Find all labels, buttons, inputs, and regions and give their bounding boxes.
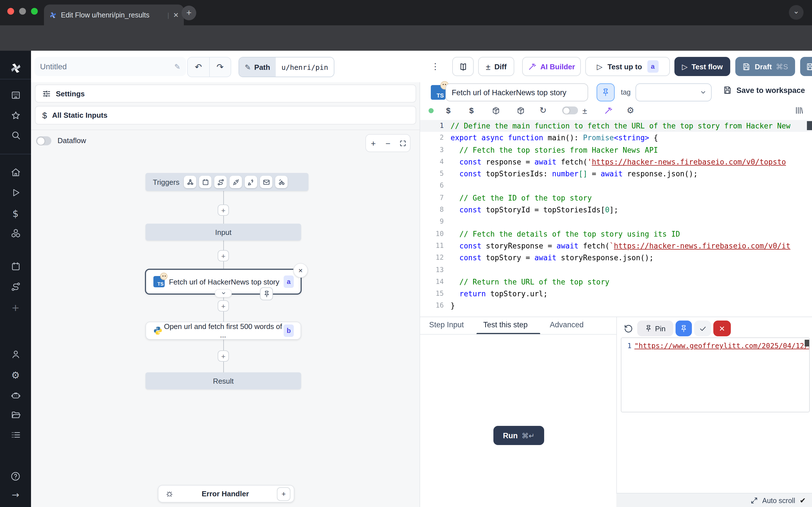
expand-step-button[interactable]	[215, 289, 232, 297]
package-lock-button[interactable]	[515, 105, 525, 116]
test-up-to-button[interactable]: ▷ Test up to a	[585, 57, 670, 76]
http-route-trigger-button[interactable]	[214, 176, 227, 188]
sidebar-item-users[interactable]	[0, 349, 31, 359]
input-node[interactable]: Input	[146, 224, 301, 240]
expand-icon[interactable]	[750, 497, 758, 504]
zoom-in-button[interactable]: +	[366, 135, 380, 152]
code-line[interactable]: 2export async function main(): Promise<s…	[420, 132, 812, 144]
sidebar-collapse-button[interactable]: →	[0, 490, 31, 500]
triggers-node[interactable]: Triggers	[146, 173, 308, 191]
sidebar-item-variables[interactable]: $	[0, 208, 31, 219]
add-step-button[interactable]: +	[218, 300, 229, 312]
zoom-out-button[interactable]: −	[380, 135, 395, 152]
sidebar-item-home[interactable]	[0, 167, 31, 177]
sidebar-item-search[interactable]	[0, 130, 31, 140]
pin-active-button[interactable]	[675, 321, 692, 336]
sidebar-item-resources[interactable]	[0, 228, 31, 238]
code-line[interactable]: 13	[420, 264, 812, 276]
window-close-button[interactable]	[7, 8, 14, 15]
code-line[interactable]: 12 const topStory = await storyResponse.…	[420, 252, 812, 264]
pin-toggle-button[interactable]	[597, 83, 615, 101]
run-button[interactable]: Run ⌘↵	[493, 426, 544, 445]
windmill-logo[interactable]	[0, 62, 31, 74]
draft-button[interactable]: Draft ⌘S	[735, 57, 795, 76]
flow-title-field[interactable]: Untitled ✎	[35, 57, 186, 76]
editor-toggle[interactable]	[562, 107, 578, 114]
code-line[interactable]: 4 const response = await fetch('https://…	[420, 156, 812, 168]
code-line[interactable]: 16}	[420, 300, 812, 312]
ai-assist-button[interactable]	[603, 105, 613, 116]
code-line[interactable]: 3 // Fetch the top stories from Hacker N…	[420, 144, 812, 156]
ai-builder-button[interactable]: AI Builder	[522, 57, 581, 76]
code-line[interactable]: 7 // Get the ID of the top story	[420, 192, 812, 204]
step-node-a[interactable]: TS Fetch url of HackerNews top story a ✕	[145, 269, 302, 295]
webhook-trigger-button[interactable]	[184, 176, 196, 188]
reload-code-button[interactable]: ↻	[539, 105, 548, 116]
diff-mode-button[interactable]: ±	[580, 105, 589, 116]
sidebar-item-schedules[interactable]	[0, 262, 31, 272]
email-trigger-button[interactable]	[260, 176, 272, 188]
pinned-data-editor[interactable]: 1 "https://www.geoffreylitt.com/2025/04/…	[621, 337, 810, 412]
poll-trigger-button[interactable]	[275, 176, 288, 188]
result-node[interactable]: Result	[146, 372, 301, 389]
sidebar-item-folders[interactable]	[0, 410, 31, 420]
editor-scrollbar[interactable]	[807, 121, 812, 130]
tab-advanced[interactable]: Advanced	[550, 321, 583, 329]
all-static-inputs-row[interactable]: $ All Static Inputs	[35, 106, 416, 124]
pencil-icon[interactable]: ✎	[174, 62, 181, 71]
add-step-button[interactable]: +	[218, 205, 229, 216]
schedule-trigger-button[interactable]	[199, 176, 211, 188]
code-line[interactable]: 5 const topStoriesIds: number[] = await …	[420, 168, 812, 180]
code-line[interactable]: 1// Define the main function to fetch th…	[420, 120, 812, 132]
sidebar-item-add[interactable]: +	[0, 302, 31, 313]
sidebar-item-apps[interactable]	[0, 90, 31, 100]
code-editor[interactable]: 1// Define the main function to fetch th…	[420, 120, 812, 317]
window-zoom-button[interactable]	[31, 8, 38, 15]
pin-chip-button[interactable]: Pin	[637, 321, 673, 336]
diff-button[interactable]: ± Diff	[478, 57, 514, 76]
code-line[interactable]: 14 // Return the URL of the top story	[420, 276, 812, 288]
sidebar-item-logs[interactable]	[0, 430, 31, 440]
code-line[interactable]: 9	[420, 216, 812, 228]
error-handler-node[interactable]: Error Handler +	[158, 485, 294, 503]
code-line[interactable]: 6	[420, 180, 812, 192]
flow-more-menu-button[interactable]: ⋮	[429, 57, 442, 76]
settings-row[interactable]: Settings	[35, 84, 416, 103]
sidebar-item-favorites[interactable]	[0, 110, 31, 121]
library-button[interactable]	[794, 105, 805, 116]
code-line[interactable]: 11 const storyResponse = await fetch(`ht…	[420, 240, 812, 252]
tab-test-this-step[interactable]: Test this step	[483, 321, 528, 329]
add-step-button[interactable]: +	[218, 350, 229, 362]
editor-settings-button[interactable]: ⚙	[626, 105, 635, 116]
sidebar-item-routes[interactable]	[0, 282, 31, 292]
history-button[interactable]	[621, 321, 635, 336]
code-line[interactable]: 10 // Fetch the details of the top story…	[420, 228, 812, 240]
package-button[interactable]	[491, 105, 501, 116]
path-button[interactable]: ✎ Path u/henri/pin	[239, 57, 335, 77]
step-name-input[interactable]: Fetch url of HackerNews top story	[446, 83, 588, 101]
code-line[interactable]: 15 return topStory.url;	[420, 288, 812, 300]
accept-button[interactable]	[694, 321, 711, 336]
code-line[interactable]: 8 const topStoryId = topStoriesIds[0];	[420, 204, 812, 216]
new-tab-button[interactable]: +	[182, 6, 196, 20]
auto-scroll-checkbox[interactable]: ✔	[800, 496, 806, 505]
tab-search-button[interactable]: ⌄	[789, 5, 804, 20]
undo-button[interactable]: ↶	[188, 57, 209, 76]
zoom-fit-button[interactable]	[395, 135, 410, 152]
sidebar-item-help[interactable]	[0, 471, 31, 482]
remove-step-button[interactable]: ✕	[293, 263, 308, 278]
redo-button[interactable]: ↷	[209, 57, 231, 76]
add-step-button[interactable]: +	[218, 250, 229, 262]
deploy-button[interactable]: Deploy	[800, 57, 812, 76]
variables-picker-button[interactable]: $	[444, 105, 453, 116]
save-to-workspace-button[interactable]: Save to workspace	[723, 86, 805, 95]
sidebar-item-workers[interactable]	[0, 390, 31, 400]
resources-picker-button[interactable]: $	[467, 105, 476, 116]
window-minimize-button[interactable]	[19, 8, 26, 15]
sidebar-item-runs[interactable]	[0, 187, 31, 198]
tab-close-icon[interactable]: ✕	[173, 11, 179, 19]
sidebar-item-settings[interactable]: ⚙	[0, 370, 31, 381]
step-node-b[interactable]: Open url and fetch first 500 words of ..…	[146, 322, 301, 340]
mini-editor-scrollbar[interactable]	[805, 340, 809, 346]
dataflow-toggle[interactable]	[36, 136, 51, 145]
